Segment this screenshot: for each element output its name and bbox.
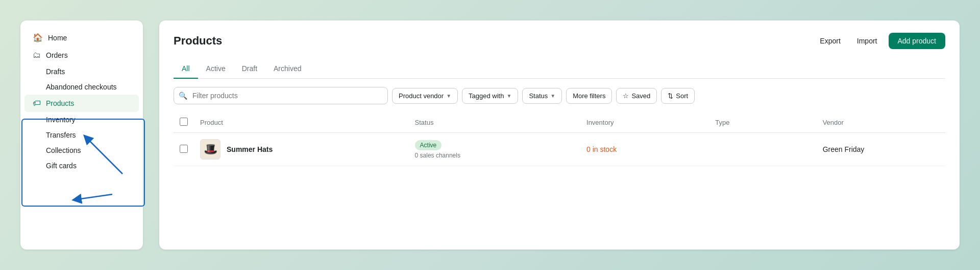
page-title: Products <box>174 34 222 48</box>
product-vendor-filter[interactable]: Product vendor ▼ <box>392 88 458 104</box>
saved-button[interactable]: ☆ Saved <box>616 88 657 104</box>
product-cell: 🎩 Summer Hats <box>200 139 403 160</box>
sort-button[interactable]: ⇅ Sort <box>661 88 695 104</box>
sidebar-item-home[interactable]: 🏠 Home <box>24 29 139 47</box>
sidebar-sub-item-inventory[interactable]: Inventory <box>24 112 139 127</box>
inventory-value: 0 in stock <box>586 145 617 153</box>
chevron-down-icon: ▼ <box>506 93 511 99</box>
tab-draft[interactable]: Draft <box>234 59 265 79</box>
tab-active[interactable]: Active <box>198 59 234 79</box>
more-filters-button[interactable]: More filters <box>566 88 612 104</box>
chevron-down-icon: ▼ <box>550 93 555 99</box>
status-filter[interactable]: Status ▼ <box>522 88 562 104</box>
sidebar-sub-item-collections[interactable]: Collections <box>24 143 139 158</box>
star-icon: ☆ <box>623 92 629 100</box>
home-icon: 🏠 <box>33 33 43 42</box>
sidebar-sub-item-drafts[interactable]: Drafts <box>24 64 139 79</box>
tab-archived[interactable]: Archived <box>265 59 309 79</box>
table-row: 🎩 Summer Hats Active 0 sales channels 0 … <box>174 133 945 166</box>
search-icon: 🔍 <box>179 92 187 100</box>
tagged-with-filter[interactable]: Tagged with ▼ <box>462 88 518 104</box>
vendor-value: Green Friday <box>823 145 865 153</box>
filter-bar: 🔍 Product vendor ▼ Tagged with ▼ Status … <box>174 87 945 104</box>
sidebar-sub-item-transfers[interactable]: Transfers <box>24 127 139 143</box>
orders-icon: 🗂 <box>33 51 41 60</box>
sort-icon: ⇅ <box>668 92 673 100</box>
search-wrapper: 🔍 <box>174 87 388 104</box>
product-thumbnail: 🎩 <box>200 139 220 160</box>
sales-channel-text: 0 sales channels <box>415 152 574 159</box>
row-checkbox[interactable] <box>180 145 188 153</box>
add-product-button[interactable]: Add product <box>889 33 946 49</box>
search-input[interactable] <box>174 87 388 104</box>
status-badge: Active <box>415 140 442 150</box>
chevron-down-icon: ▼ <box>446 93 451 99</box>
sidebar-item-orders[interactable]: 🗂 Orders <box>24 47 139 64</box>
tabs: All Active Draft Archived <box>174 59 945 79</box>
products-icon: 🏷 <box>33 99 41 108</box>
import-button[interactable]: Import <box>852 34 883 48</box>
tab-all[interactable]: All <box>174 59 198 79</box>
product-status-cell: Active 0 sales channels <box>415 140 574 159</box>
page-header: Products Export Import Add product <box>174 33 945 49</box>
select-all-checkbox[interactable] <box>180 118 188 126</box>
products-table: Product Status Inventory Type Vendor 🎩 S… <box>174 112 945 166</box>
sidebar-sub-item-abandoned-checkouts[interactable]: Abandoned checkouts <box>24 79 139 95</box>
export-button[interactable]: Export <box>815 34 845 48</box>
product-name[interactable]: Summer Hats <box>227 145 273 153</box>
header-actions: Export Import Add product <box>815 33 945 49</box>
sidebar-sub-item-gift-cards[interactable]: Gift cards <box>24 158 139 173</box>
sidebar-item-products[interactable]: 🏷 Products <box>24 95 139 112</box>
